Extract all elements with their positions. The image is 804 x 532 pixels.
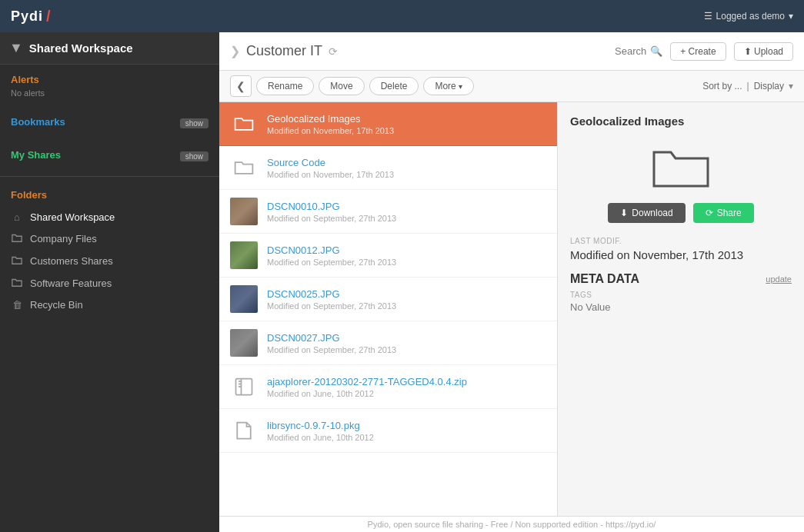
file-meta: Modified on June, 10th 2012 <box>267 433 546 442</box>
footer: Pydio, open source file sharing - Free /… <box>219 516 804 532</box>
sidebar-item-software-features[interactable]: Software Features <box>0 272 219 294</box>
file-info: Source Code Modified on November, 17th 2… <box>267 157 546 179</box>
user-label: Logged as demo <box>716 11 785 22</box>
sort-button[interactable]: Sort by ... <box>702 81 742 91</box>
share-button[interactable]: ⟳ Share <box>693 203 754 223</box>
sidebar-item-company-files[interactable]: Company Files <box>0 228 219 250</box>
content-area: ❯ Customer IT ⟳ Search 🔍 + Create ⬆ Uplo… <box>219 32 804 532</box>
sidebar-item-recycle-bin[interactable]: 🗑 Recycle Bin <box>0 294 219 315</box>
myshares-label: My Shares <box>11 149 61 161</box>
sidebar-item-label: Company Files <box>30 233 97 244</box>
download-icon: ⬇ <box>620 208 628 218</box>
topbar-right: ☰ Logged as demo ▾ <box>704 11 793 22</box>
move-button[interactable]: Move <box>319 77 364 95</box>
upload-button[interactable]: ⬆ Upload <box>734 42 793 61</box>
list-item[interactable]: Geolocalized Images Modified on November… <box>219 102 557 146</box>
file-thumbnail <box>230 198 258 225</box>
user-menu[interactable]: ☰ Logged as demo ▾ <box>704 11 793 22</box>
alerts-text: No alerts <box>11 88 209 98</box>
last-modif-value: Modified on November, 17th 2013 <box>570 248 792 261</box>
content-header: ❯ Customer IT ⟳ Search 🔍 + Create ⬆ Uplo… <box>219 32 804 71</box>
file-thumbnail <box>230 241 258 269</box>
display-chevron-icon: ▾ <box>789 81 793 91</box>
file-info: DSCN0025.JPG Modified on September, 27th… <box>267 288 546 311</box>
create-button[interactable]: + Create <box>670 42 726 61</box>
display-button[interactable]: Display <box>754 81 784 91</box>
file-info: DSCN0010.JPG Modified on September, 27th… <box>267 201 546 223</box>
list-item[interactable]: DSCN0027.JPG Modified on September, 27th… <box>219 321 557 365</box>
list-item[interactable]: librsync-0.9.7-10.pkg Modified on June, … <box>219 409 557 453</box>
folder-icon <box>230 110 258 138</box>
sidebar-title: Shared Workspace <box>29 42 133 55</box>
list-item[interactable]: Source Code Modified on November, 17th 2… <box>219 146 557 190</box>
sidebar-toggle-icon[interactable]: ▼ <box>9 40 23 56</box>
list-item[interactable]: ajaxplorer-20120302-2771-TAGGED4.0.4.zip… <box>219 365 557 409</box>
sidebar-item-customers-shares[interactable]: Customers Shares <box>0 250 219 272</box>
last-modif-section: LAST MODIF. Modified on November, 17th 2… <box>570 237 792 261</box>
alerts-label: Alerts <box>11 74 209 85</box>
header-actions: Search 🔍 + Create ⬆ Upload <box>615 42 793 61</box>
folder-icon <box>11 232 23 245</box>
file-area: Geolocalized Images Modified on November… <box>219 102 804 516</box>
delete-button[interactable]: Delete <box>369 77 419 95</box>
hamburger-icon: ☰ <box>704 11 712 22</box>
metadata-title: META DATA <box>570 272 639 286</box>
file-thumbnail <box>230 329 258 357</box>
file-meta: Modified on June, 10th 2012 <box>267 389 546 398</box>
trash-icon: 🗑 <box>11 299 23 311</box>
list-item[interactable]: DSCN0025.JPG Modified on September, 27th… <box>219 278 557 321</box>
search-button[interactable]: Search 🔍 <box>615 45 662 57</box>
detail-panel: Geolocalized Images ⬇ Download ⟳ Share <box>558 102 804 516</box>
file-meta: Modified on September, 27th 2013 <box>267 214 546 223</box>
file-info: Geolocalized Images Modified on November… <box>267 113 546 135</box>
folders-section: Folders <box>0 180 219 207</box>
toolbar-left: ❮ Rename Move Delete More <box>230 75 474 97</box>
file-meta: Modified on November, 17th 2013 <box>267 170 546 179</box>
sidebar-item-label: Shared Workspace <box>30 211 115 223</box>
file-name: Geolocalized Images <box>267 113 546 125</box>
detail-actions: ⬇ Download ⟳ Share <box>570 203 792 223</box>
rename-button[interactable]: Rename <box>256 77 314 95</box>
main-container: ▼ Shared Workspace Alerts No alerts Book… <box>0 32 804 532</box>
share-label: Share <box>717 208 742 218</box>
share-icon: ⟳ <box>706 208 713 218</box>
file-name: DSCN0012.JPG <box>267 244 546 256</box>
file-info: ajaxplorer-20120302-2771-TAGGED4.0.4.zip… <box>267 376 546 398</box>
metadata-section: META DATA update TAGS No Value <box>570 272 792 313</box>
list-item[interactable]: DSCN0012.JPG Modified on September, 27th… <box>219 234 557 278</box>
file-name: DSCN0010.JPG <box>267 201 546 212</box>
file-info: DSCN0027.JPG Modified on September, 27th… <box>267 332 546 354</box>
folder-icon <box>11 277 23 290</box>
download-label: Download <box>632 208 672 218</box>
sidebar-item-label: Recycle Bin <box>30 299 83 311</box>
logo-text: Pydi <box>11 8 43 25</box>
svg-rect-0 <box>236 379 252 395</box>
refresh-icon[interactable]: ⟳ <box>329 45 338 58</box>
last-modif-label: LAST MODIF. <box>570 237 792 245</box>
bookmarks-show-button[interactable]: show <box>180 118 209 128</box>
home-icon: ⌂ <box>11 211 23 223</box>
file-name: librsync-0.9.7-10.pkg <box>267 420 546 431</box>
download-button[interactable]: ⬇ Download <box>608 203 685 223</box>
folder-icon <box>11 254 23 268</box>
file-meta: Modified on November, 17th 2013 <box>267 126 546 135</box>
search-label: Search <box>615 45 646 57</box>
myshares-show-button[interactable]: show <box>180 151 209 161</box>
more-button[interactable]: More <box>423 77 473 95</box>
file-thumbnail <box>230 285 258 313</box>
tags-value: No Value <box>570 301 792 313</box>
toolbar-divider: | <box>747 81 749 91</box>
list-item[interactable]: DSCN0010.JPG Modified on September, 27th… <box>219 190 557 234</box>
sidebar-item-shared-workspace[interactable]: ⌂ Shared Workspace <box>0 207 219 228</box>
myshares-section: My Shares show <box>0 140 219 173</box>
folders-label: Folders <box>11 189 209 201</box>
back-button[interactable]: ❮ <box>230 75 252 97</box>
file-info: DSCN0012.JPG Modified on September, 27th… <box>267 244 546 267</box>
breadcrumb-arrow-icon: ❯ <box>230 44 240 58</box>
file-name: ajaxplorer-20120302-2771-TAGGED4.0.4.zip <box>267 376 546 387</box>
file-name: Source Code <box>267 157 546 168</box>
metadata-update-button[interactable]: update <box>766 274 792 284</box>
file-info: librsync-0.9.7-10.pkg Modified on June, … <box>267 420 546 442</box>
sidebar-divider <box>0 176 219 177</box>
current-folder-label: Customer IT <box>246 43 322 59</box>
